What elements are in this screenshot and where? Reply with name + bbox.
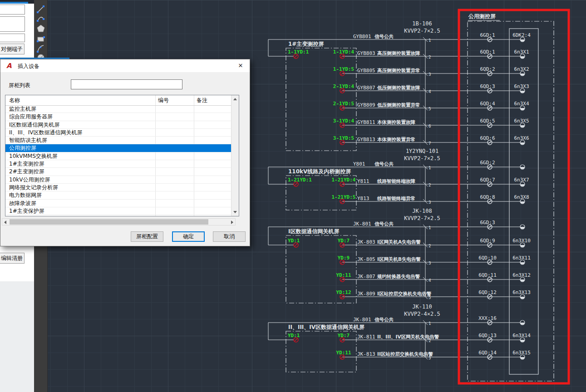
list-item[interactable]: 2#主变保护屏 [5, 215, 231, 216]
opposite-terminal-button[interactable]: 对侧端子 [0, 44, 25, 54]
wire-code: GYB805 [357, 68, 375, 74]
strip-terminal-label: 6DK2:4 [512, 32, 531, 38]
close-icon[interactable]: ✕ [236, 62, 245, 70]
scroll-right-icon[interactable] [231, 220, 233, 224]
strip-terminal-label: 6n3X6 [514, 135, 529, 141]
list-item[interactable]: 网络报文记录分析屏 [5, 184, 231, 191]
spline-icon[interactable] [36, 44, 45, 53]
core-number: 5 [428, 295, 431, 300]
panel-title: II、III、IV区数据通信网关机屏 [288, 324, 364, 330]
scroll-up-icon[interactable] [233, 98, 237, 100]
palette-input-3[interactable] [0, 34, 25, 42]
qd-terminal-label: 6QD:6 [480, 135, 495, 141]
ok-button[interactable]: 确定 [172, 231, 205, 242]
list-item[interactable]: 10kV公用测控屏 [5, 176, 231, 184]
core-number: 1 [428, 225, 431, 230]
qd-terminal-label: 6GD:2 [480, 160, 495, 166]
scroll-left-icon[interactable] [4, 220, 6, 224]
wire-code: GYB803 [357, 50, 375, 56]
palette-input-1[interactable] [0, 5, 25, 15]
panel-config-button[interactable]: 屏柜配置 [131, 231, 163, 242]
horizontal-scrollbar[interactable] [2, 218, 236, 225]
strip-terminal-label: 6n3X3 [514, 83, 529, 89]
panel-terminal-label: 2-1YD:4 [333, 83, 355, 89]
terminal-slash-icon [295, 55, 298, 58]
qd-terminal-label: 6QD:4 [480, 101, 495, 107]
panel-terminal-label: YD:12 [336, 289, 351, 295]
cancel-button[interactable]: 取消 [213, 231, 246, 242]
arc-icon[interactable] [36, 15, 45, 24]
edit-list-button[interactable]: 编辑清册 [0, 253, 25, 264]
table-header: 名称 编号 备注 [5, 95, 231, 106]
core-number: 1 [428, 166, 431, 170]
strip-terminal-label: 6n3X7 [514, 177, 529, 183]
core-number: 6 [428, 124, 431, 128]
palette-input-2[interactable] [0, 16, 25, 32]
cable-spec: KVVP2-7×2.5 [404, 215, 440, 221]
qd-terminal-label: 6QD:14 [478, 350, 497, 356]
qd-terminal-label: 6GD:1 [480, 32, 495, 38]
strip-terminal-label: 6n3X11 [512, 255, 531, 261]
app-window: 1B-106KVVP2-7×2.51-1YD:1GYB801信号公共16GD:1… [0, 0, 586, 392]
wire-desc: 信号公共 [374, 317, 394, 322]
wire-code: JK-809 [357, 291, 375, 297]
panel-title: 1#主变测控屏 [288, 41, 324, 47]
panel-terminal-label: 1-21YD:4 [332, 177, 356, 183]
core-number: 2 [428, 183, 431, 187]
qd-terminal-label: 6QD:13 [478, 333, 497, 338]
list-item[interactable]: 1#主变保护屏 [5, 207, 231, 215]
list-item[interactable]: 综合应用服务器屏 [5, 113, 231, 121]
list-item[interactable]: 10kVMMS交换机屏 [5, 152, 231, 160]
panel-title: 110kV线路及内桥测控屏 [288, 168, 351, 175]
list-item[interactable]: 故障录波屏 [5, 200, 231, 207]
panel-table: 名称 编号 备注 监控主机屏综合应用服务器屏I区数据通信网关机屏II、III、I… [5, 95, 239, 216]
wire-desc: 线路智能终端异常 [377, 196, 415, 201]
list-item[interactable]: 智能防误主机屏 [5, 137, 231, 144]
wire-desc: 低压侧测控装置异常 [377, 102, 420, 108]
panel-terminal-label: YD:11 [336, 272, 351, 278]
list-item[interactable]: 电力数据网屏 [5, 191, 231, 199]
list-item[interactable]: 监控主机屏 [5, 105, 231, 113]
strip-terminal-label: 6n3X10 [512, 238, 531, 244]
core-number: 2 [428, 244, 431, 248]
wire-desc: 高压侧测控装置异常 [377, 68, 420, 74]
wire-code: JK-807 [357, 274, 375, 279]
core-number: 5 [428, 107, 431, 111]
strip-terminal-label: 6n3X4 [514, 101, 529, 107]
cable-id: 1B-106 [412, 20, 432, 27]
qd-terminal-label: 6QD:1 [480, 49, 495, 55]
wire-desc: 线路智能终端故障 [377, 178, 416, 184]
scroll-down-icon[interactable] [233, 211, 237, 213]
terminal-slash-icon [295, 338, 298, 342]
strip-terminal-label: 6n3X14 [512, 333, 531, 338]
panel-terminal-label: 1-1YD:4 [333, 49, 355, 55]
list-item[interactable]: I区数据通信网关机屏 [5, 121, 231, 129]
vertical-scrollbar[interactable] [231, 95, 239, 216]
wire-desc: 规约转换器失电告警 [377, 274, 420, 279]
panel-filter-input[interactable] [71, 79, 182, 89]
list-item[interactable]: 1#主变测控屏 [5, 160, 231, 168]
list-item[interactable]: 2#主变测控屏 [5, 168, 231, 176]
cable-id: JK-110 [412, 304, 432, 310]
list-item[interactable]: II、III、IV区数据通信网关机屏 [5, 129, 231, 137]
polygon-icon[interactable] [36, 24, 45, 33]
panel-terminal-label: 1-21YD:1 [288, 177, 312, 183]
panel-terminal-label: YD:7 [338, 238, 350, 244]
wire-desc: I区网关机A失电告警 [377, 239, 421, 245]
palette-top-bar [0, 0, 34, 4]
panel-terminal-label: 2-1YD:5 [333, 101, 354, 107]
panel-terminal-label: 3-1YD:5 [333, 135, 354, 141]
qd-terminal-label: 6QD:9 [480, 238, 495, 244]
core-number: 3 [428, 72, 431, 77]
list-item[interactable]: 公用测控屏 [5, 144, 231, 152]
wire-code: JK-801 [353, 317, 371, 323]
rectangle-icon[interactable] [36, 34, 45, 44]
core-number: 1 [428, 38, 431, 43]
scrollbar-thumb[interactable] [10, 219, 208, 225]
panel-terminal-label: YD:9 [338, 255, 350, 261]
line-icon[interactable] [36, 5, 45, 14]
qd-terminal-label: 6QD:8 [480, 194, 495, 200]
wire-code: Y811 [357, 178, 369, 184]
cable-spec: KVVP2-7×2.5 [404, 28, 440, 34]
dialog-title-bar[interactable]: A 插入设备 ✕ [0, 59, 250, 72]
